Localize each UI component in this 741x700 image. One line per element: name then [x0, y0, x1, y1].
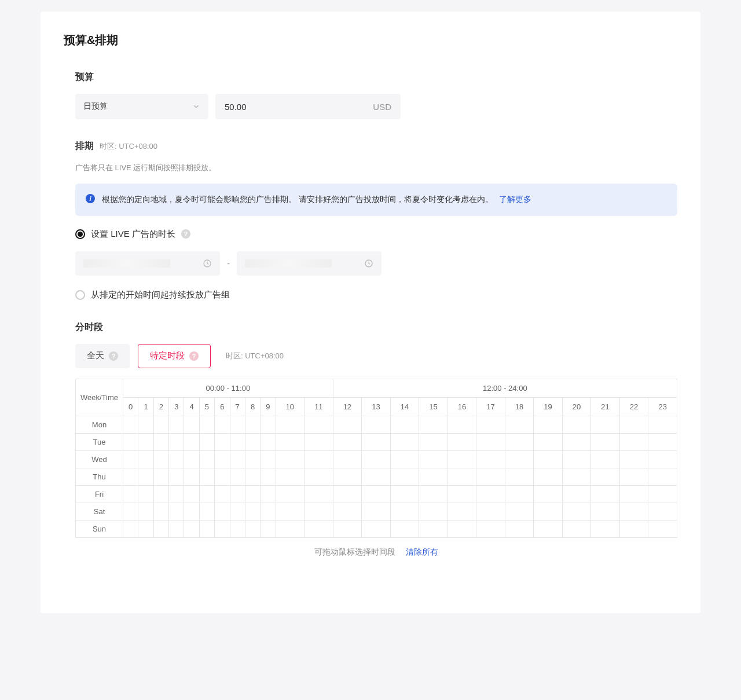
grid-cell[interactable]	[390, 433, 419, 450]
schedule-option-duration[interactable]: 设置 LIVE 广告的时长 ?	[75, 229, 677, 240]
help-icon[interactable]: ?	[181, 229, 190, 239]
grid-cell[interactable]	[648, 485, 677, 503]
grid-cell[interactable]	[476, 433, 505, 450]
grid-cell[interactable]	[419, 433, 448, 450]
grid-cell[interactable]	[123, 520, 138, 537]
grid-cell[interactable]	[390, 520, 419, 537]
grid-cell[interactable]	[305, 468, 333, 485]
grid-cell[interactable]	[562, 416, 591, 433]
grid-cell[interactable]	[447, 503, 476, 520]
grid-cell[interactable]	[591, 416, 620, 433]
grid-cell[interactable]	[362, 468, 391, 485]
grid-cell[interactable]	[305, 485, 333, 503]
grid-cell[interactable]	[261, 503, 276, 520]
start-time-input[interactable]	[75, 251, 220, 276]
grid-cell[interactable]	[619, 503, 648, 520]
grid-cell[interactable]	[153, 503, 168, 520]
grid-cell[interactable]	[419, 503, 448, 520]
grid-cell[interactable]	[619, 485, 648, 503]
grid-cell[interactable]	[305, 520, 333, 537]
grid-cell[interactable]	[123, 450, 138, 468]
grid-cell[interactable]	[245, 503, 260, 520]
grid-cell[interactable]	[534, 433, 563, 450]
grid-cell[interactable]	[619, 520, 648, 537]
grid-cell[interactable]	[390, 450, 419, 468]
end-time-input[interactable]	[237, 251, 381, 276]
grid-cell[interactable]	[333, 450, 362, 468]
grid-cell[interactable]	[419, 416, 448, 433]
budget-amount-input[interactable]: 50.00 USD	[215, 94, 401, 119]
grid-cell[interactable]	[362, 520, 391, 537]
grid-cell[interactable]	[447, 416, 476, 433]
grid-cell[interactable]	[390, 503, 419, 520]
grid-cell[interactable]	[123, 433, 138, 450]
grid-cell[interactable]	[276, 468, 305, 485]
grid-cell[interactable]	[333, 416, 362, 433]
grid-cell[interactable]	[184, 520, 199, 537]
grid-cell[interactable]	[230, 416, 245, 433]
grid-cell[interactable]	[276, 433, 305, 450]
grid-cell[interactable]	[333, 485, 362, 503]
grid-cell[interactable]	[215, 433, 230, 450]
grid-cell[interactable]	[123, 416, 138, 433]
grid-cell[interactable]	[261, 450, 276, 468]
grid-cell[interactable]	[138, 450, 153, 468]
grid-cell[interactable]	[184, 416, 199, 433]
learn-more-link[interactable]: 了解更多	[499, 195, 531, 204]
grid-cell[interactable]	[476, 503, 505, 520]
grid-cell[interactable]	[245, 450, 260, 468]
grid-cell[interactable]	[230, 450, 245, 468]
grid-cell[interactable]	[169, 485, 184, 503]
grid-cell[interactable]	[230, 520, 245, 537]
grid-cell[interactable]	[245, 520, 260, 537]
grid-cell[interactable]	[333, 520, 362, 537]
grid-cell[interactable]	[419, 485, 448, 503]
grid-cell[interactable]	[476, 520, 505, 537]
grid-cell[interactable]	[199, 450, 214, 468]
grid-cell[interactable]	[276, 416, 305, 433]
grid-cell[interactable]	[215, 450, 230, 468]
grid-cell[interactable]	[230, 485, 245, 503]
grid-cell[interactable]	[123, 503, 138, 520]
grid-cell[interactable]	[123, 485, 138, 503]
grid-cell[interactable]	[153, 485, 168, 503]
grid-cell[interactable]	[534, 416, 563, 433]
grid-cell[interactable]	[261, 520, 276, 537]
grid-cell[interactable]	[138, 520, 153, 537]
grid-cell[interactable]	[476, 468, 505, 485]
grid-cell[interactable]	[447, 485, 476, 503]
grid-cell[interactable]	[215, 520, 230, 537]
grid-cell[interactable]	[362, 433, 391, 450]
grid-cell[interactable]	[333, 503, 362, 520]
grid-cell[interactable]	[476, 450, 505, 468]
grid-cell[interactable]	[505, 433, 534, 450]
grid-cell[interactable]	[199, 468, 214, 485]
grid-cell[interactable]	[534, 468, 563, 485]
grid-cell[interactable]	[333, 468, 362, 485]
radio-selected-icon[interactable]	[75, 229, 85, 239]
grid-cell[interactable]	[199, 485, 214, 503]
grid-cell[interactable]	[153, 433, 168, 450]
grid-cell[interactable]	[261, 433, 276, 450]
grid-cell[interactable]	[619, 416, 648, 433]
grid-cell[interactable]	[591, 503, 620, 520]
grid-cell[interactable]	[215, 416, 230, 433]
grid-cell[interactable]	[333, 433, 362, 450]
grid-cell[interactable]	[648, 433, 677, 450]
grid-cell[interactable]	[230, 468, 245, 485]
grid-cell[interactable]	[648, 450, 677, 468]
grid-cell[interactable]	[215, 503, 230, 520]
tab-all-day[interactable]: 全天 ?	[75, 344, 130, 368]
grid-cell[interactable]	[169, 503, 184, 520]
grid-cell[interactable]	[476, 416, 505, 433]
grid-cell[interactable]	[276, 503, 305, 520]
grid-cell[interactable]	[362, 416, 391, 433]
grid-cell[interactable]	[184, 450, 199, 468]
grid-cell[interactable]	[153, 468, 168, 485]
grid-cell[interactable]	[534, 503, 563, 520]
grid-cell[interactable]	[562, 485, 591, 503]
grid-cell[interactable]	[591, 485, 620, 503]
grid-cell[interactable]	[591, 520, 620, 537]
grid-cell[interactable]	[505, 503, 534, 520]
grid-cell[interactable]	[245, 485, 260, 503]
